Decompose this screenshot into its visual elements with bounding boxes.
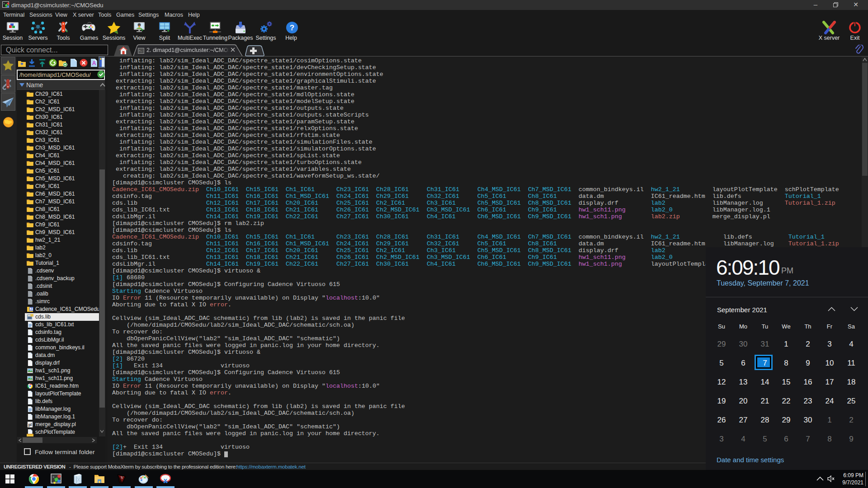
svg-text:pl: pl	[28, 422, 32, 427]
svg-text:V: V	[121, 475, 124, 480]
svg-text:>_: >_	[139, 49, 142, 52]
svg-text:Z: Z	[30, 307, 33, 310]
svg-text:?: ?	[290, 23, 294, 32]
